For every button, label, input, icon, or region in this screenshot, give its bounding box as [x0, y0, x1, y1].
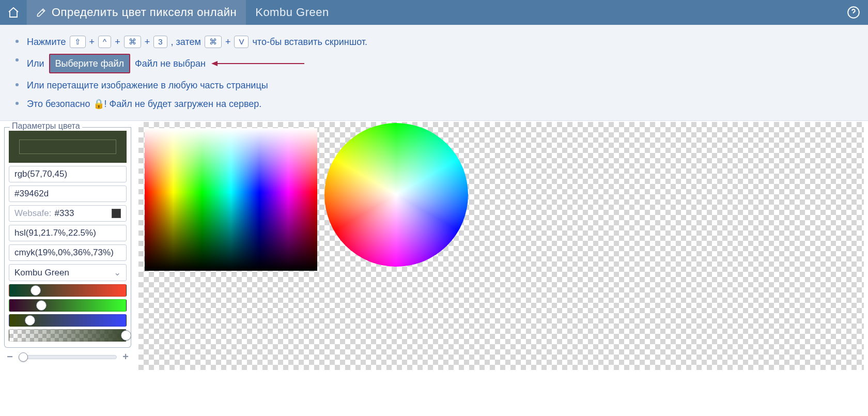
slider-thumb[interactable] [36, 300, 47, 311]
file-not-chosen-label: Файл не выбран [135, 58, 206, 69]
green-slider[interactable] [9, 299, 127, 312]
instruction-file: Или Выберите файл Файл не выбран [0, 51, 868, 76]
chevron-down-icon: ⌄ [114, 267, 121, 278]
instruction-safe: Это безопасно 🔒! Файл не будет загружен … [0, 95, 868, 113]
color-swatch-inner [19, 140, 116, 154]
key-cmd: ⌘ [124, 36, 141, 48]
zoom-thumb[interactable] [19, 352, 28, 362]
choose-file-button[interactable]: Выберите файл [49, 54, 131, 73]
canvas-area[interactable] [138, 122, 864, 370]
hex-field[interactable]: #39462d [9, 186, 127, 202]
home-button[interactable] [0, 0, 27, 25]
key-cmd-2: ⌘ [205, 36, 222, 48]
main-area: Параметры цвета rgb(57,70,45) #39462d We… [0, 122, 868, 370]
home-icon [7, 6, 20, 19]
color-name-select[interactable]: Kombu Green ⌄ [9, 264, 127, 281]
current-color-title: Kombu Green [246, 0, 338, 25]
left-column: Параметры цвета rgb(57,70,45) #39462d We… [4, 122, 131, 363]
color-wheel[interactable] [324, 123, 468, 267]
svg-marker-2 [211, 61, 218, 66]
rgb-field[interactable]: rgb(57,70,45) [9, 166, 127, 182]
help-button[interactable] [839, 0, 868, 25]
tool-title: Определить цвет пикселя онлайн [52, 6, 237, 19]
slider-thumb[interactable] [25, 315, 35, 326]
key-v: V [234, 36, 249, 48]
zoom-in-button[interactable]: + [121, 351, 130, 363]
alpha-slider[interactable] [9, 329, 127, 342]
instruction-drag: Или перетащите изображение в любую часть… [0, 76, 868, 95]
color-params-panel: Параметры цвета rgb(57,70,45) #39462d We… [4, 127, 131, 348]
blue-slider[interactable] [9, 314, 127, 327]
help-icon [847, 6, 860, 19]
zoom-slider[interactable] [19, 355, 117, 359]
arrow-left-icon [211, 57, 304, 71]
zoom-out-button[interactable]: − [5, 351, 14, 363]
instructions-panel: Нажмите ⇧ + ^ + ⌘ + 3 , затем ⌘ + V что-… [0, 25, 868, 121]
lock-icon: 🔒 [93, 99, 104, 109]
key-3: 3 [153, 36, 167, 48]
websafe-field[interactable]: Websafe: #333 [9, 205, 127, 222]
panel-legend: Параметры цвета [10, 121, 82, 131]
tool-name-bar[interactable]: Определить цвет пикселя онлайн [27, 0, 246, 25]
instruction-screenshot: Нажмите ⇧ + ^ + ⌘ + 3 , затем ⌘ + V что-… [0, 33, 868, 51]
slider-thumb[interactable] [121, 330, 131, 341]
zoom-control: − + [4, 351, 131, 363]
slider-thumb[interactable] [30, 285, 41, 296]
red-slider[interactable] [9, 284, 127, 297]
key-shift: ⇧ [70, 36, 86, 48]
hsl-field[interactable]: hsl(91,21.7%,22.5%) [9, 225, 127, 241]
cmyk-field[interactable]: cmyk(19%,0%,36%,73%) [9, 244, 127, 261]
pencil-icon [36, 7, 47, 18]
color-swatch[interactable] [9, 131, 127, 163]
key-ctrl: ^ [98, 36, 111, 48]
color-spectrum[interactable] [145, 128, 317, 271]
websafe-swatch [112, 209, 121, 218]
app-header: Определить цвет пикселя онлайн Kombu Gre… [0, 0, 868, 25]
